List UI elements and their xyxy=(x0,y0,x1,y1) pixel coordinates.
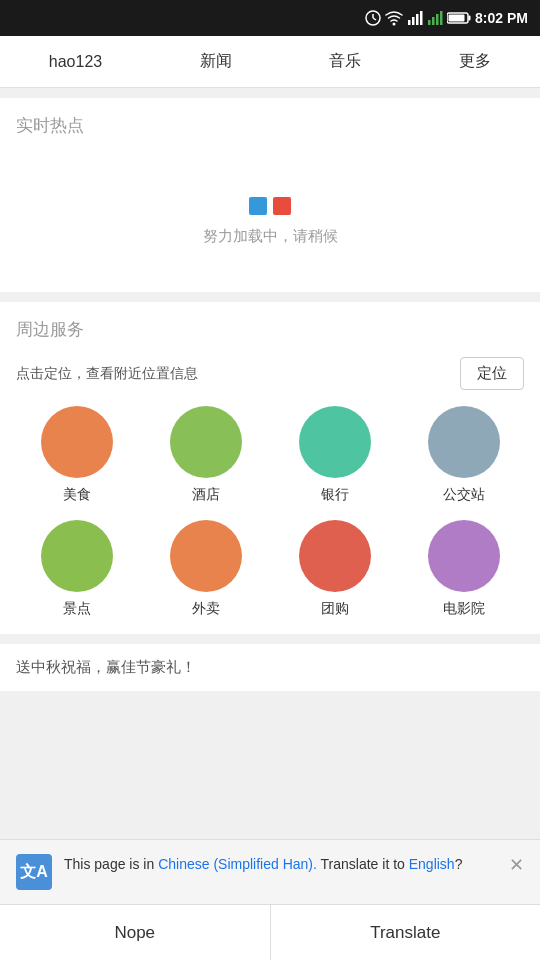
hot-news-title: 实时热点 xyxy=(16,114,524,137)
bus-circle xyxy=(428,406,500,478)
top-nav: hao123 新闻 音乐 更多 xyxy=(0,36,540,88)
service-grid: 美食 酒店 银行 公交站 景点 外卖 xyxy=(16,406,524,618)
service-bus[interactable]: 公交站 xyxy=(403,406,524,504)
battery-icon xyxy=(447,11,471,25)
service-groupbuy[interactable]: 团购 xyxy=(274,520,395,618)
translate-link-chinese[interactable]: Chinese (Simplified Han). xyxy=(158,856,317,872)
nearby-title: 周边服务 xyxy=(16,318,84,341)
food-circle xyxy=(41,406,113,478)
scenery-circle xyxy=(41,520,113,592)
banner[interactable]: 送中秋祝福，赢佳节豪礼！ xyxy=(0,644,540,691)
scenery-label: 景点 xyxy=(63,600,91,618)
main-content: hao123 新闻 音乐 更多 实时热点 努力加载中，请稍候 周边服务 点击定位… xyxy=(0,36,540,794)
service-hotel[interactable]: 酒店 xyxy=(145,406,266,504)
status-icons: 8:02 PM xyxy=(365,10,528,26)
signal2-icon xyxy=(427,10,443,26)
nav-more[interactable]: 更多 xyxy=(443,43,507,80)
bank-circle xyxy=(299,406,371,478)
cinema-circle xyxy=(428,520,500,592)
svg-rect-4 xyxy=(408,20,411,25)
svg-rect-9 xyxy=(432,17,435,25)
food-label: 美食 xyxy=(63,486,91,504)
banner-text: 送中秋祝福，赢佳节豪礼！ xyxy=(16,658,196,675)
clock-icon xyxy=(365,10,381,26)
hotel-circle xyxy=(170,406,242,478)
bottom-buttons: Nope Translate xyxy=(0,904,540,960)
svg-rect-11 xyxy=(440,11,443,25)
service-scenery[interactable]: 景点 xyxy=(16,520,137,618)
svg-rect-5 xyxy=(412,17,415,25)
svg-rect-14 xyxy=(449,15,465,22)
service-cinema[interactable]: 电影院 xyxy=(403,520,524,618)
nav-hao123[interactable]: hao123 xyxy=(33,45,118,79)
svg-rect-6 xyxy=(416,14,419,25)
time-display: 8:02 PM xyxy=(475,10,528,26)
service-food[interactable]: 美食 xyxy=(16,406,137,504)
translate-text-content: This page is in Chinese (Simplified Han)… xyxy=(64,854,489,875)
translate-msg-start: This page is in xyxy=(64,856,158,872)
delivery-circle xyxy=(170,520,242,592)
nearby-section: 周边服务 点击定位，查看附近位置信息 定位 美食 酒店 银行 公交站 xyxy=(0,302,540,634)
svg-rect-10 xyxy=(436,14,439,25)
nearby-header: 周边服务 xyxy=(16,318,524,341)
nav-music[interactable]: 音乐 xyxy=(313,43,377,80)
translate-button[interactable]: Translate xyxy=(271,905,541,960)
signal1-icon xyxy=(407,10,423,26)
translate-bar: 文A This page is in Chinese (Simplified H… xyxy=(0,839,540,904)
hot-news-section: 实时热点 努力加载中，请稍候 xyxy=(0,98,540,292)
dot-blue xyxy=(249,197,267,215)
hotel-label: 酒店 xyxy=(192,486,220,504)
translate-msg-middle: Translate it to xyxy=(317,856,409,872)
loading-dots xyxy=(249,197,291,215)
loading-text: 努力加载中，请稍候 xyxy=(203,227,338,246)
dot-red xyxy=(273,197,291,215)
cinema-label: 电影院 xyxy=(443,600,485,618)
loading-area: 努力加载中，请稍候 xyxy=(16,177,524,276)
translate-icon-text: 文A xyxy=(20,862,48,883)
bus-label: 公交站 xyxy=(443,486,485,504)
groupbuy-label: 团购 xyxy=(321,600,349,618)
svg-rect-7 xyxy=(420,11,423,25)
nav-news[interactable]: 新闻 xyxy=(184,43,248,80)
translate-icon: 文A xyxy=(16,854,52,890)
svg-rect-8 xyxy=(428,20,431,25)
bank-label: 银行 xyxy=(321,486,349,504)
translate-close-button[interactable]: ✕ xyxy=(509,854,524,876)
svg-rect-13 xyxy=(469,16,471,21)
locate-button[interactable]: 定位 xyxy=(460,357,524,390)
nearby-subtitle: 点击定位，查看附近位置信息 xyxy=(16,365,198,383)
delivery-label: 外卖 xyxy=(192,600,220,618)
nope-button[interactable]: Nope xyxy=(0,905,271,960)
groupbuy-circle xyxy=(299,520,371,592)
status-bar: 8:02 PM xyxy=(0,0,540,36)
service-delivery[interactable]: 外卖 xyxy=(145,520,266,618)
translate-msg-end: ? xyxy=(455,856,463,872)
service-bank[interactable]: 银行 xyxy=(274,406,395,504)
wifi-icon xyxy=(385,10,403,26)
svg-point-3 xyxy=(393,23,396,26)
svg-line-2 xyxy=(373,18,376,20)
translate-link-english[interactable]: English xyxy=(409,856,455,872)
